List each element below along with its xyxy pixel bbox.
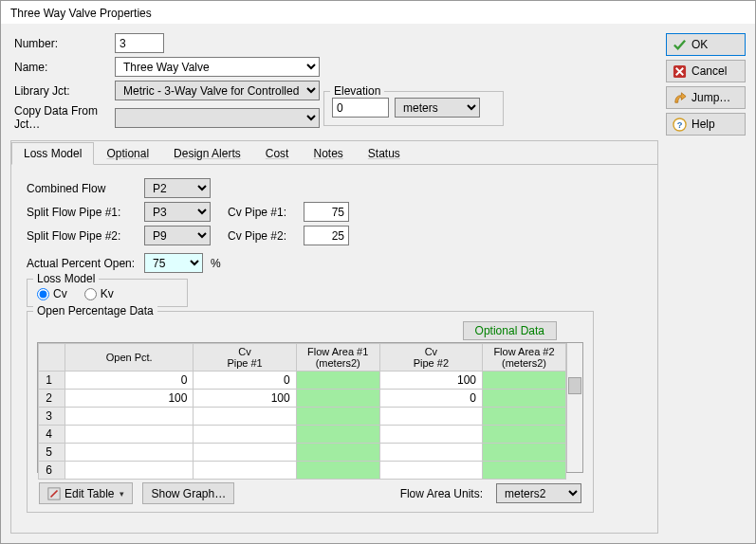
kv-radio[interactable]: Kv — [84, 287, 114, 300]
titlebar: Three Way Valve Properties — [1, 1, 755, 24]
table-row[interactable]: 3 — [39, 408, 566, 426]
cv1-input[interactable] — [304, 202, 349, 222]
jump-icon — [673, 91, 687, 105]
opdata-label: Open Percentage Data — [33, 304, 157, 317]
tab-optional[interactable]: Optional — [94, 142, 161, 165]
lossmodel-label: Loss Model — [33, 272, 99, 285]
tabstrip: Loss Model Optional Design Alerts Cost N… — [11, 141, 657, 165]
tab-status[interactable]: Status — [356, 142, 413, 165]
elevation-input[interactable] — [332, 98, 389, 118]
table-row[interactable]: 100100 — [39, 372, 566, 390]
open-pct-table[interactable]: Open Pct. Cv Pipe #1 Flow Area #1 (meter… — [38, 343, 566, 480]
copydata-label: Copy Data From Jct… — [10, 104, 115, 131]
name-select[interactable]: Three Way Valve — [115, 57, 320, 77]
edit-table-button[interactable]: Edit Table▾ — [39, 482, 133, 504]
name-label: Name: — [10, 61, 115, 74]
combined-flow-select[interactable]: P2 — [144, 178, 211, 198]
table-row[interactable]: 4 — [39, 426, 566, 444]
apo-label: Actual Percent Open: — [27, 257, 137, 270]
elevation-label: Elevation — [330, 84, 384, 98]
table-row[interactable]: 5 — [39, 444, 566, 462]
pencil-icon — [47, 487, 61, 500]
library-select[interactable]: Metric - 3-Way Valve for Controlled HEX … — [115, 81, 320, 100]
sf2-select[interactable]: P9 — [144, 226, 211, 245]
table-scrollbar[interactable] — [566, 343, 582, 472]
sf1-label: Split Flow Pipe #1: — [27, 206, 137, 219]
flow-area-label: Flow Area Units: — [400, 487, 483, 500]
tab-design-alerts[interactable]: Design Alerts — [161, 142, 253, 165]
x-icon — [673, 64, 687, 79]
svg-text:?: ? — [677, 120, 683, 130]
combined-flow-label: Combined Flow — [27, 182, 137, 195]
sf1-select[interactable]: P3 — [144, 202, 211, 222]
flow-area-units-select[interactable]: meters2 — [496, 483, 581, 503]
table-row[interactable]: 6 — [39, 462, 566, 480]
apo-suffix: % — [211, 257, 221, 270]
window-title: Three Way Valve Properties — [10, 7, 152, 20]
cv2-input[interactable] — [304, 226, 349, 245]
library-label: Library Jct: — [10, 84, 115, 98]
cv-radio[interactable]: Cv — [37, 287, 67, 300]
sf2-label: Split Flow Pipe #2: — [27, 229, 137, 243]
jump-button[interactable]: Jump… — [666, 86, 746, 109]
number-label: Number: — [10, 37, 115, 50]
copydata-select[interactable] — [115, 108, 320, 128]
show-graph-button[interactable]: Show Graph… — [142, 482, 234, 504]
cv1-label: Cv Pipe #1: — [228, 206, 296, 219]
elevation-units[interactable]: meters — [395, 98, 480, 118]
apo-select[interactable]: 75 — [144, 253, 203, 273]
cv2-label: Cv Pipe #2: — [228, 229, 296, 243]
tab-loss-model[interactable]: Loss Model — [11, 142, 94, 165]
tab-notes[interactable]: Notes — [301, 142, 355, 165]
optional-data-button[interactable]: Optional Data — [463, 321, 557, 340]
tab-cost[interactable]: Cost — [253, 142, 302, 165]
number-input[interactable] — [115, 33, 164, 53]
table-row[interactable]: 21001000 — [39, 390, 566, 408]
check-icon — [673, 38, 687, 52]
help-button[interactable]: ? Help — [666, 113, 746, 136]
ok-button[interactable]: OK — [666, 33, 746, 56]
cancel-button[interactable]: Cancel — [666, 60, 746, 82]
help-icon: ? — [673, 118, 687, 132]
